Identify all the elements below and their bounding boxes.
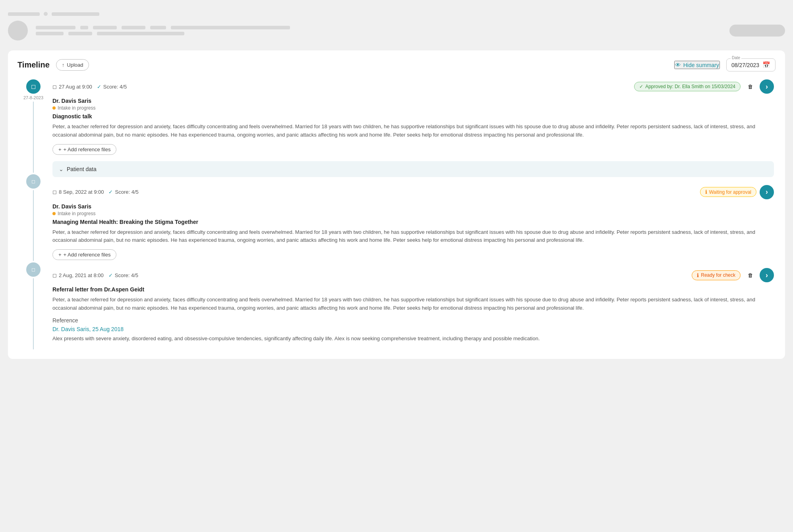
- nav-placeholder-1: [8, 12, 40, 16]
- calendar-icon-entry1: ◻: [52, 84, 57, 90]
- expand-button-2[interactable]: ›: [760, 185, 774, 199]
- entry-actions-3: ℹ Ready for check 🗑 ›: [692, 268, 774, 282]
- patient-data-section-1[interactable]: ⌄ Patient data: [52, 161, 774, 177]
- entry-score-2: ✓ Score: 4/5: [108, 189, 138, 195]
- approved-badge-1: ✓ Approved by: Dr. Ella Smith on 15/03/2…: [634, 82, 741, 91]
- check-icon-approved: ✓: [639, 84, 643, 89]
- date-field[interactable]: Date 08/27/2023 📅: [726, 58, 776, 71]
- chevron-right-icon-1: ›: [766, 83, 768, 91]
- entry-header-1: ◻ 27 Aug at 9:00 ✓ Score: 4/5 ✓ Approve: [52, 79, 774, 94]
- entry-text-2: Peter, a teacher referred for depression…: [52, 228, 774, 245]
- entry-card-1: ◻ 27 Aug at 9:00 ✓ Score: 4/5 ✓ Approve: [52, 79, 774, 177]
- entry-card-2: ◻ 8 Sep, 2022 at 9:00 ✓ Score: 4/5 ℹ Wa: [52, 185, 774, 260]
- info-icon-waiting: ℹ: [705, 189, 707, 195]
- ready-badge-3: ℹ Ready for check: [692, 270, 741, 280]
- top-nav: [8, 8, 785, 46]
- entry-text-3: Peter, a teacher referred for depression…: [52, 296, 774, 312]
- nav-info-placeholder-9: [97, 32, 184, 35]
- panel-header: Timeline ↑ Upload 👁 Hide summary Date 08…: [17, 58, 776, 71]
- nav-info-placeholder-6: [171, 26, 290, 29]
- calendar-icon-entry3: ◻: [52, 272, 57, 278]
- nav-info-placeholder-1: [36, 26, 75, 29]
- entry-score-3: ✓ Score: 4/5: [108, 272, 138, 278]
- main-panel: Timeline ↑ Upload 👁 Hide summary Date 08…: [8, 50, 785, 359]
- calendar-icon: 📅: [762, 61, 770, 69]
- nav-info-placeholder-4: [122, 26, 145, 29]
- status-dot-1: [52, 106, 56, 110]
- score-check-icon-3: ✓: [108, 272, 113, 278]
- reference-link-3[interactable]: Dr. Davis Saris, 25 Aug 2018: [52, 326, 774, 332]
- scroll-area[interactable]: ◻ 27-8-2023 ◻ ◻: [17, 79, 776, 351]
- add-ref-label-1: + Add reference files: [64, 146, 111, 152]
- timeline-icon-entry-3: ◻: [26, 262, 41, 277]
- add-reference-button-2[interactable]: + + Add reference files: [52, 249, 116, 260]
- score-check-icon-1: ✓: [97, 84, 101, 90]
- waiting-badge-2: ℹ Waiting for approval: [700, 187, 756, 197]
- nav-placeholder-2: [52, 12, 99, 16]
- entry-date-3: ◻ 2 Aug, 2021 at 8:00: [52, 272, 104, 278]
- nav-info-placeholder-5: [150, 26, 166, 29]
- date-label: Date: [731, 56, 741, 60]
- timeline-line-3: [33, 278, 34, 349]
- timeline-icon-entry-2: ◻: [26, 174, 41, 189]
- nav-info: [36, 26, 721, 35]
- entry-score-1: ✓ Score: 4/5: [97, 84, 127, 90]
- timeline-body: ◻ 27-8-2023 ◻ ◻: [17, 79, 774, 351]
- calendar-small-icon-3: ◻: [31, 267, 35, 272]
- hide-summary-label: Hide summary: [683, 62, 719, 68]
- plus-icon-1: +: [58, 146, 62, 152]
- timeline-date-label-1: 27-8-2023: [23, 95, 43, 100]
- reference-text-3: Alex presents with severe anxiety, disor…: [52, 335, 774, 343]
- entry-actions-2: ℹ Waiting for approval ›: [700, 185, 774, 199]
- doctor-name-1: Dr. Davis Saris: [52, 98, 774, 104]
- nav-info-placeholder-3: [93, 26, 117, 29]
- expand-button-3[interactable]: ›: [760, 268, 774, 282]
- delete-icon-1: 🗑: [748, 84, 753, 90]
- avatar: [8, 21, 28, 40]
- upload-label: Upload: [67, 62, 83, 68]
- entry-card-3: ◻ 2 Aug, 2021 at 8:00 ✓ Score: 4/5 ℹ Re: [52, 268, 774, 343]
- entry-text-1: Peter, a teacher referred for depression…: [52, 123, 774, 139]
- patient-data-label-1: Patient data: [67, 166, 97, 172]
- calendar-icon-entry2: ◻: [52, 189, 57, 195]
- doctor-name-2: Dr. Davis Saris: [52, 203, 774, 210]
- entry-header-3: ◻ 2 Aug, 2021 at 8:00 ✓ Score: 4/5 ℹ Re: [52, 268, 774, 282]
- upload-icon: ↑: [62, 62, 65, 68]
- nav-info-placeholder-7: [36, 32, 64, 35]
- chevron-down-icon-1: ⌄: [59, 166, 64, 172]
- delete-button-1[interactable]: 🗑: [744, 80, 756, 93]
- timeline-line-1: [33, 102, 34, 173]
- score-check-icon-2: ✓: [108, 189, 113, 195]
- intake-status-1: Intake in progress: [52, 105, 774, 111]
- entry-title-1: Diagnostic talk: [52, 113, 774, 120]
- reference-label-3: Reference: [52, 317, 774, 324]
- hide-summary-button[interactable]: 👁 Hide summary: [674, 61, 720, 69]
- timeline-line-2: [33, 190, 34, 261]
- timeline-sidebar: ◻ 27-8-2023 ◻ ◻: [17, 79, 49, 351]
- info-icon-ready: ℹ: [697, 272, 699, 278]
- calendar-small-icon: ◻: [31, 83, 36, 90]
- delete-button-3[interactable]: 🗑: [744, 269, 756, 281]
- nav-action-button[interactable]: [729, 25, 785, 37]
- expand-button-1[interactable]: ›: [760, 79, 774, 94]
- nav-info-placeholder-8: [68, 32, 92, 35]
- timeline-icon-entry-1: ◻: [26, 79, 41, 94]
- upload-button[interactable]: ↑ Upload: [56, 59, 89, 71]
- calendar-small-icon-2: ◻: [31, 179, 35, 184]
- delete-icon-3: 🗑: [748, 272, 753, 278]
- add-reference-button-1[interactable]: + + Add reference files: [52, 144, 116, 155]
- entry-date-2: ◻ 8 Sep, 2022 at 9:00: [52, 189, 104, 195]
- page-title: Timeline: [17, 60, 50, 69]
- entry-title-3: Referral letter from Dr.Aspen Geidt: [52, 286, 774, 293]
- intake-status-2: Intake in progress: [52, 211, 774, 216]
- nav-info-placeholder-2: [80, 26, 88, 29]
- status-dot-2: [52, 212, 56, 215]
- chevron-right-icon-3: ›: [766, 271, 768, 279]
- entry-date-1: ◻ 27 Aug at 9:00: [52, 84, 92, 90]
- add-ref-label-2: + Add reference files: [64, 252, 111, 258]
- timeline-content: ◻ 27 Aug at 9:00 ✓ Score: 4/5 ✓ Approve: [49, 79, 774, 351]
- eye-icon: 👁: [675, 62, 681, 68]
- plus-icon-2: +: [58, 252, 62, 258]
- nav-dot: [44, 12, 48, 16]
- chevron-right-icon-2: ›: [766, 188, 768, 196]
